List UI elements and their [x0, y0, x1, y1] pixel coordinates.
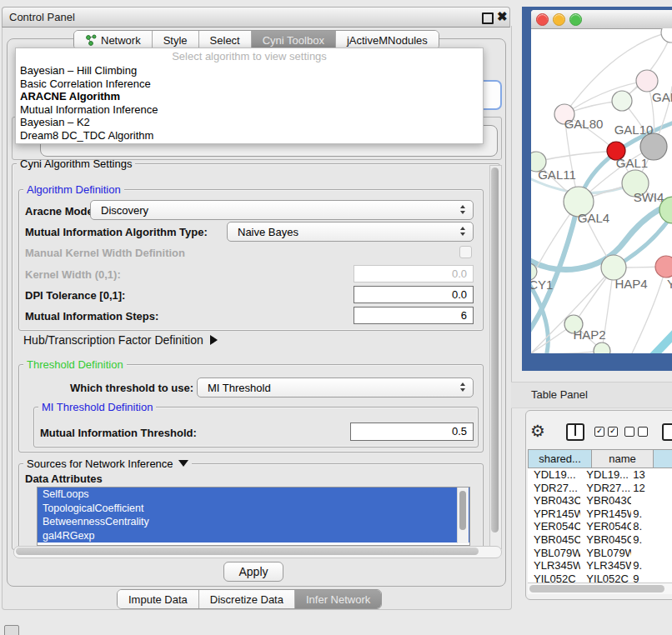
data-attribute-item[interactable]: BetweennessCentrality [38, 515, 469, 529]
network-icon [85, 34, 97, 46]
apply-button[interactable]: Apply [223, 562, 283, 582]
settings-vertical-scrollbar[interactable] [489, 165, 502, 549]
expanded-arrow-icon [178, 460, 188, 467]
list-scrollbar-thumb[interactable] [459, 491, 466, 530]
settings-horizontal-scrollbar[interactable] [13, 546, 502, 558]
table-row[interactable]: YIL052CYIL052C9 [528, 572, 672, 582]
table-cell: YPR145W [528, 508, 580, 521]
mi-type-value: Naive Bayes [238, 226, 298, 238]
network-node-bottom-node[interactable] [594, 342, 610, 353]
kernel-width-input: 0.0 [354, 265, 474, 282]
algorithm-option-dream8-dc-tdc-algorithm[interactable]: Dream8 DC_TDC Algorithm [16, 129, 483, 142]
aracne-mode-value: Discovery [101, 204, 148, 217]
spinner-arrows-icon [460, 227, 465, 236]
table-row[interactable]: YPR145WYPR145W9. [528, 508, 672, 521]
settings-vertical-thumb[interactable] [491, 168, 499, 532]
mac-zoom-button[interactable] [569, 13, 582, 26]
table-cell: YDL19... [580, 468, 631, 482]
table-row[interactable]: YDR27...YDR27...12 [528, 482, 672, 495]
table-horizontal-scrollbar[interactable] [528, 582, 672, 594]
spinner-arrows-icon [460, 382, 465, 392]
algorithm-option-bayesian-hill-climbing[interactable]: Bayesian – Hill Climbing [16, 64, 483, 78]
manual-kernel-checkbox[interactable] [459, 246, 472, 258]
tab-jactivemnodules[interactable]: jActiveMNodules [335, 31, 439, 49]
table-cell: YPR145W [580, 508, 631, 521]
network-node-gal-top[interactable] [636, 70, 658, 92]
aracne-mode-select[interactable]: Discovery [90, 200, 474, 220]
table-horizontal-thumb[interactable] [529, 585, 664, 592]
table-row[interactable]: YBL079WYBL079W [528, 547, 672, 560]
table-row[interactable]: YER054CYER054C8. [528, 520, 672, 533]
mi-steps-input[interactable]: 6 [354, 307, 474, 324]
mi-threshold-label: Mutual Information Threshold: [40, 427, 197, 439]
table-cell [631, 547, 672, 560]
node-label-y: Y [667, 277, 672, 291]
network-node-top-right-partial[interactable] [661, 28, 672, 42]
float-window-icon[interactable] [482, 12, 494, 24]
node-label-gal11: GAL11 [538, 168, 576, 182]
tab-cyni-toolbox[interactable]: Cyni Toolbox [251, 31, 335, 49]
table-row[interactable]: YLR345WYLR345W9. [528, 559, 672, 572]
tab-discretize-data[interactable]: Discretize Data [198, 590, 294, 608]
node-label-swi4: SWI4 [634, 190, 664, 204]
column-header-a[interactable]: A [654, 449, 672, 468]
control-panel-titlebar[interactable]: Control Panel ✖ [2, 7, 510, 28]
table-row[interactable]: YDL19...YDL19...13 [528, 468, 672, 482]
table-cell: YER054C [580, 520, 631, 533]
table-row[interactable]: YBR043CYBR043C [528, 494, 672, 508]
table-cell: YBR045C [580, 533, 631, 547]
close-icon[interactable]: ✖ [497, 9, 508, 24]
hub-definition-expander[interactable]: Hub/Transcription Factor Definition [23, 333, 218, 347]
mac-close-button[interactable] [536, 13, 549, 26]
mac-minimize-button[interactable] [553, 13, 565, 26]
algorithm-option-mutual-information-inference[interactable]: Mutual Information Inference [16, 103, 483, 117]
algorithm-option-aracne-algorithm[interactable]: ARACNE Algorithm [16, 90, 483, 103]
cyni-mode-tabs: Impute DataDiscretize DataInfer Network [117, 589, 382, 609]
algorithm-select-placeholder: Select algorithm to view settings [16, 49, 483, 64]
gear-icon[interactable]: ⚙ [530, 421, 545, 441]
tab-label: Style [163, 34, 188, 47]
tab-infer-network[interactable]: Infer Network [294, 590, 381, 608]
list-scrollbar[interactable] [457, 488, 469, 543]
table-row[interactable]: YBR045CYBR045C9. [528, 533, 672, 547]
mi-type-select[interactable]: Naive Bayes [227, 222, 474, 242]
settings-horizontal-thumb[interactable] [16, 548, 479, 555]
minimized-panel-icon[interactable] [4, 625, 19, 635]
algorithm-dropdown-list: Select algorithm to view settings Bayesi… [15, 48, 484, 144]
data-attribute-item[interactable]: gal4RGexp [38, 529, 469, 543]
deselect-all-icon[interactable] [624, 427, 648, 437]
columns-icon[interactable] [566, 423, 584, 441]
network-canvas[interactable]: GALGAL80GAL10GAL1GAL11SWI4GAL4GCY1HAP4YH… [531, 28, 672, 353]
select-all-icon[interactable]: ✓✓ [594, 427, 618, 437]
network-window-titlebar[interactable] [531, 10, 672, 29]
tab-style[interactable]: Style [152, 31, 198, 49]
algorithm-option-bayesian-k2[interactable]: Bayesian – K2 [16, 116, 483, 129]
algorithm-option-basic-correlation-inference[interactable]: Basic Correlation Inference [16, 78, 483, 91]
network-node-pink-right[interactable] [655, 256, 672, 278]
tab-impute-data[interactable]: Impute Data [118, 590, 198, 608]
tab-network[interactable]: Network [74, 31, 152, 49]
column-header-name[interactable]: name [592, 449, 654, 468]
algorithm-options: Bayesian – Hill ClimbingBasic Correlatio… [16, 64, 483, 142]
aracne-mode-label: Aracne Mode: [25, 205, 97, 218]
tab-label: Infer Network [306, 593, 370, 606]
mi-threshold-input[interactable]: 0.5 [350, 422, 474, 441]
table-cell: YLR345W [580, 559, 631, 572]
data-attribute-item[interactable]: TopologicalCoefficient [38, 502, 469, 516]
table-cell: YDL19... [528, 468, 580, 482]
hub-definition-label: Hub/Transcription Factor Definition [23, 333, 203, 347]
table-cell: 13 [631, 468, 672, 482]
sources-title[interactable]: Sources for Network Inference [23, 458, 192, 470]
tab-label: Discretize Data [210, 593, 283, 606]
table-cell: YLR345W [528, 559, 580, 572]
table-cell: 9. [631, 559, 672, 572]
dpi-tolerance-input[interactable]: 0.0 [354, 286, 474, 303]
network-edge [646, 328, 672, 353]
which-threshold-select[interactable]: MI Threshold [197, 378, 474, 398]
data-attributes-list[interactable]: SelfLoopsTopologicalCoefficientBetweenne… [37, 487, 470, 546]
network-node-gal10[interactable] [612, 91, 632, 111]
tab-select[interactable]: Select [198, 31, 251, 49]
data-attribute-item[interactable]: SelfLoops [38, 488, 469, 502]
column-header-shared[interactable]: shared... [528, 449, 592, 468]
table-tool-icon-partial[interactable] [662, 423, 672, 441]
